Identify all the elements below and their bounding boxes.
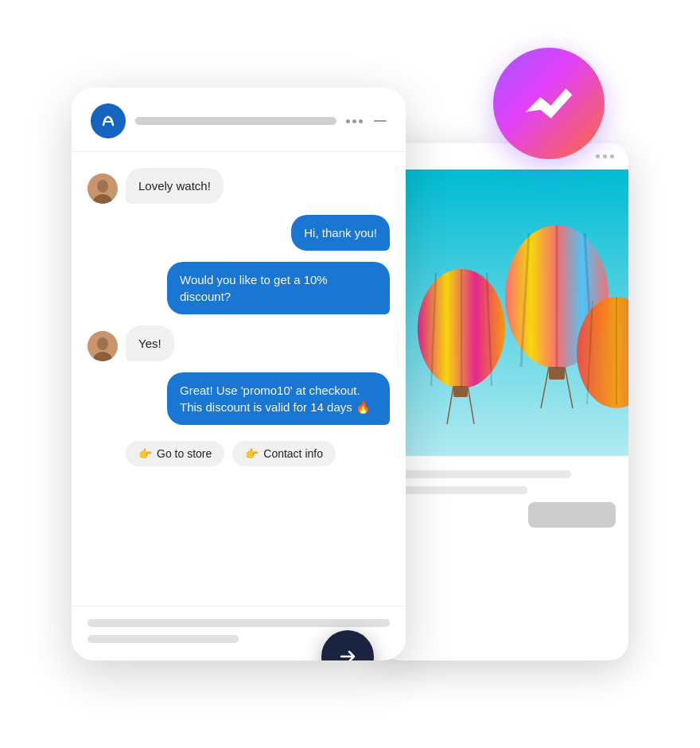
chat-messages: Lovely watch! Hi, thank you! Would you l…	[72, 152, 406, 606]
footer-line-1	[395, 470, 571, 478]
message-bubble: Hi, thank you!	[291, 215, 390, 251]
balloon-card	[382, 143, 628, 660]
balloon-card-dots-icon[interactable]	[596, 154, 614, 158]
pointing-icon: 👉	[245, 447, 259, 460]
chat-header-title	[135, 117, 336, 125]
quick-reply-label: Contact info	[263, 447, 323, 460]
avatar	[88, 331, 118, 361]
message-row: Lovely watch!	[88, 168, 390, 204]
message-bubble: Great! Use 'promo10' at checkout. This d…	[167, 372, 390, 425]
svg-rect-2	[549, 367, 565, 380]
message-bubble: Would you like to get a 10% discount?	[167, 262, 390, 314]
message-bubble: Yes!	[126, 325, 174, 361]
footer-line-2	[395, 486, 527, 494]
svg-rect-7	[453, 386, 468, 397]
chat-footer	[72, 606, 406, 660]
message-row: Hi, thank you!	[88, 215, 390, 251]
message-row: Great! Use 'promo10' at checkout. This d…	[88, 372, 390, 425]
message-row: Yes!	[88, 325, 390, 361]
quick-reply-contact[interactable]: 👉 Contact info	[232, 441, 336, 466]
balloon-image	[382, 169, 628, 456]
messenger-icon	[493, 48, 605, 159]
header-actions	[346, 119, 387, 123]
quick-reply-label: Go to store	[157, 447, 212, 460]
avatar	[88, 173, 118, 204]
message-row: Would you like to get a 10% discount?	[88, 262, 390, 314]
svg-point-23	[97, 337, 108, 350]
card-back-header	[382, 143, 628, 169]
send-button[interactable]	[321, 630, 374, 660]
footer-action-button[interactable]	[528, 502, 616, 528]
pointing-icon: 👉	[138, 447, 152, 460]
input-placeholder-line	[88, 619, 390, 627]
quick-reply-store[interactable]: 👉 Go to store	[126, 441, 224, 466]
header-minimize-icon[interactable]	[374, 120, 387, 122]
quick-replies: 👉 Go to store 👉 Contact info	[88, 436, 390, 466]
chat-header	[72, 88, 406, 152]
scene: Lovely watch! Hi, thank you! Would you l…	[72, 48, 628, 700]
svg-point-20	[97, 180, 108, 193]
chat-card: Lovely watch! Hi, thank you! Would you l…	[72, 88, 406, 660]
card-back-footer	[382, 456, 628, 542]
chat-logo	[91, 103, 126, 138]
header-dots-icon[interactable]	[346, 119, 363, 123]
input-placeholder-line-short	[88, 635, 239, 643]
message-bubble: Lovely watch!	[126, 168, 224, 204]
